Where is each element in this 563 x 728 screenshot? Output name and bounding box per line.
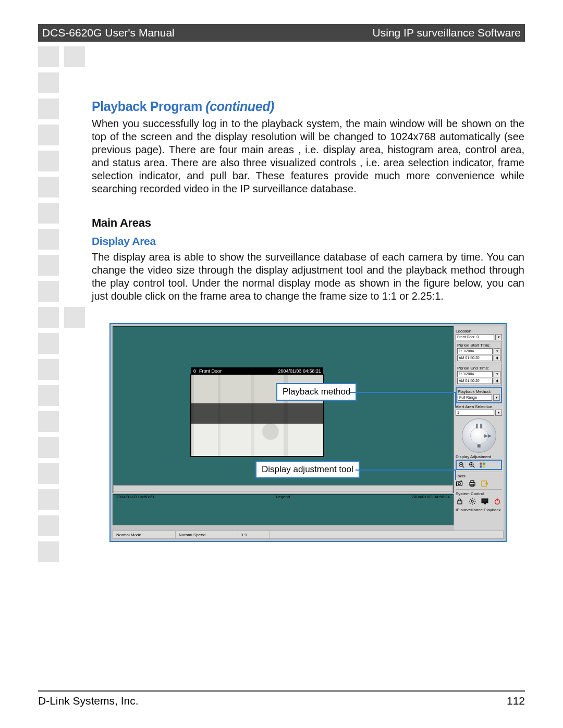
svg-point-12 <box>458 483 460 485</box>
spinner-button[interactable]: ⧫ <box>494 355 500 361</box>
svg-rect-15 <box>471 481 474 483</box>
period-start-time[interactable]: AM 01:50:20 <box>457 355 493 361</box>
period-end-date[interactable]: 1/ 3/2004 <box>457 371 493 377</box>
pull-bar[interactable] <box>113 485 453 493</box>
period-start-date[interactable]: 1/ 3/2004 <box>457 348 493 354</box>
svg-rect-7 <box>480 462 482 464</box>
footer-company: D-Link Systems, Inc. <box>38 695 139 707</box>
system-control-row <box>456 497 502 505</box>
decorative-squares <box>38 46 85 567</box>
period-end-time[interactable]: AM 01:50:20 <box>457 378 493 384</box>
status-speed: Normal Speed <box>176 531 238 538</box>
video-camera-name: Front Door <box>199 368 222 374</box>
svg-line-24 <box>470 499 471 500</box>
svg-line-25 <box>474 503 475 504</box>
svg-line-4 <box>473 466 474 467</box>
period-start-label: Period Start Time: <box>457 343 500 348</box>
timeline-legend-label: Legend <box>276 495 290 499</box>
status-bar: Normal Mode Normal Speed 1:1 <box>113 530 504 539</box>
control-panel: Location: Front Door_0 ▾ Period Start Ti… <box>454 326 504 539</box>
histogram-area[interactable]: 2004/01/03 04:58:21 Legend 2004/01/03 04… <box>113 494 454 525</box>
header-bar: DCS-6620G User's Manual Using IP surveil… <box>38 24 525 42</box>
dropdown-button[interactable]: ▾ <box>495 334 502 340</box>
color-tile-icon[interactable] <box>479 461 486 468</box>
lock-icon[interactable] <box>456 497 464 505</box>
pause-icon[interactable]: ❚❚ <box>475 423 483 428</box>
svg-line-1 <box>462 466 464 467</box>
heading-playback-continued: (continued) <box>205 99 274 114</box>
intro-paragraph: When you successfully log in to the play… <box>92 117 524 195</box>
callout-line <box>455 392 456 408</box>
system-control-label: System Control <box>456 491 502 496</box>
svg-rect-28 <box>482 499 488 503</box>
heading-main-areas: Main Areas <box>92 216 524 230</box>
status-mode: Normal Mode <box>113 531 176 538</box>
panel-footer-text: IP surveillance Playback <box>456 508 502 512</box>
period-end-group: Period End Time: 1/ 3/2004 ▾ AM 01:50:20… <box>456 364 502 386</box>
zoom-out-icon[interactable] <box>458 461 465 468</box>
video-timestamp: 2004/01/03 04:58:21 <box>278 368 321 374</box>
timeline-end-time: 2004/01/03 04:58:24 <box>412 495 450 499</box>
step-forward-icon[interactable]: ▶▶ <box>484 433 492 438</box>
footer-divider <box>38 690 525 692</box>
status-ratio: 1:1 <box>238 531 270 538</box>
svg-rect-8 <box>483 462 485 464</box>
svg-rect-10 <box>483 465 485 467</box>
location-label: Location: <box>456 329 502 334</box>
callout-line <box>455 470 456 480</box>
tools-row <box>456 479 502 488</box>
svg-rect-18 <box>458 501 462 504</box>
zoom-in-icon[interactable] <box>468 461 475 468</box>
section-title: Using IP surveillance Software <box>373 27 521 39</box>
svg-rect-13 <box>461 480 462 482</box>
video-frame-titlebar: 0 Front Door 2004/01/03 04:58:21 <box>191 367 323 375</box>
playback-method-select[interactable]: Full Range <box>458 394 492 401</box>
svg-line-26 <box>474 499 475 500</box>
playback-window-screenshot: 0 Front Door 2004/01/03 04:58:21 2004/01… <box>109 323 507 542</box>
settings-icon[interactable] <box>468 497 476 505</box>
svg-rect-29 <box>484 503 486 504</box>
location-select[interactable]: Front Door_0 <box>456 334 494 340</box>
callout-line <box>356 470 456 471</box>
page-number: 112 <box>507 695 525 707</box>
dropdown-button[interactable]: ▾ <box>493 394 500 401</box>
heading-playback-program: Playback Program (continued) <box>92 99 524 114</box>
dropdown-button[interactable]: ▾ <box>494 348 500 354</box>
stop-icon[interactable]: ◼ <box>477 443 481 448</box>
timeline-labels: 2004/01/03 04:58:21 Legend 2004/01/03 04… <box>116 493 450 500</box>
callout-line <box>350 392 456 393</box>
callout-playback-method: Playback method <box>276 383 357 401</box>
timeline-start-time: 2004/01/03 04:58:21 <box>116 495 154 499</box>
heading-display-area: Display Area <box>92 235 524 248</box>
period-start-group: Period Start Time: 1/ 3/2004 ▾ AM 01:50:… <box>456 341 502 363</box>
alert-area-label: Alert Area Selection: <box>456 404 502 409</box>
display-adjustment-label: Display Adjustment <box>456 454 502 459</box>
monitor-icon[interactable] <box>481 497 489 505</box>
power-icon[interactable] <box>493 497 501 505</box>
heading-playback-text: Playback Program <box>92 99 202 114</box>
content-column: Playback Program (continued) When you su… <box>92 99 524 303</box>
display-area-paragraph: The display area is able to show the sur… <box>92 251 524 303</box>
jog-glyphs: ❚❚ ▶▶ ◼ <box>462 419 496 452</box>
svg-point-19 <box>471 500 473 502</box>
print-icon[interactable] <box>468 479 476 488</box>
dropdown-button[interactable]: ▾ <box>495 410 502 416</box>
export-icon[interactable] <box>481 479 489 488</box>
playback-method-group: Playback Method: Full Range ▾ <box>456 387 502 403</box>
video-camera-index: 0 <box>193 368 196 374</box>
callout-display-adjustment: Display adjustment tool <box>255 461 360 478</box>
manual-page: DCS-6620G User's Manual Using IP surveil… <box>0 0 563 728</box>
dropdown-button[interactable]: ▾ <box>494 371 500 377</box>
svg-line-27 <box>470 503 471 504</box>
play-control-jog[interactable]: ❚❚ ▶▶ ◼ <box>462 418 496 453</box>
manual-title: DCS-6620G User's Manual <box>42 27 175 39</box>
tools-label: Tools <box>456 474 502 478</box>
spinner-button[interactable]: ⧫ <box>494 378 500 384</box>
playback-method-label: Playback Method: <box>458 389 500 394</box>
camera-icon[interactable] <box>456 479 464 488</box>
period-end-label: Period End Time: <box>457 366 500 371</box>
alert-area-select[interactable]: 1 <box>456 410 494 416</box>
display-adjustment-tool <box>456 460 502 470</box>
svg-rect-9 <box>480 465 482 467</box>
